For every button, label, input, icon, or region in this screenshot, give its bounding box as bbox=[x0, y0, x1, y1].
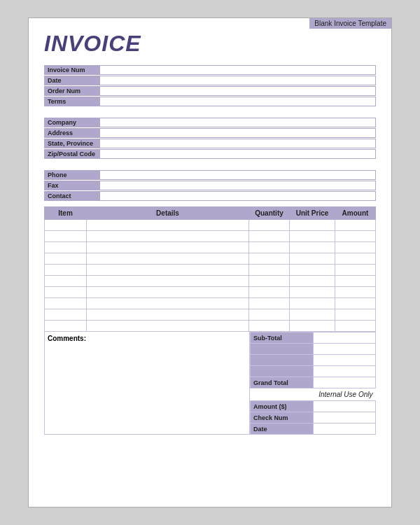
fax-row: Fax bbox=[44, 181, 376, 190]
details-cell[interactable] bbox=[87, 321, 249, 332]
payment-date-value[interactable] bbox=[313, 424, 375, 435]
amount-cell[interactable] bbox=[335, 265, 376, 276]
table-row bbox=[45, 321, 376, 332]
unit-price-cell[interactable] bbox=[290, 220, 335, 231]
totals-blank-row-1 bbox=[251, 344, 376, 355]
amount-cell[interactable] bbox=[335, 231, 376, 242]
address-value[interactable] bbox=[100, 128, 376, 138]
details-cell[interactable] bbox=[87, 298, 249, 309]
terms-label: Terms bbox=[44, 97, 100, 106]
totals-table: Sub-Total bbox=[250, 332, 376, 435]
totals-blank-value-3[interactable] bbox=[313, 366, 375, 377]
item-cell[interactable] bbox=[45, 321, 87, 332]
bottom-section: Comments: Sub-Total bbox=[44, 332, 376, 435]
phone-value[interactable] bbox=[100, 170, 376, 180]
amount-cell[interactable] bbox=[335, 220, 376, 231]
order-num-label: Order Num bbox=[44, 86, 100, 96]
quantity-cell[interactable] bbox=[249, 265, 290, 276]
quantity-cell[interactable] bbox=[249, 220, 290, 231]
amount-cell[interactable] bbox=[335, 321, 376, 332]
item-cell[interactable] bbox=[45, 276, 87, 287]
details-cell[interactable] bbox=[87, 276, 249, 287]
phone-row: Phone bbox=[44, 170, 376, 180]
unit-price-cell[interactable] bbox=[290, 253, 335, 265]
amount-cell[interactable] bbox=[335, 276, 376, 287]
quantity-cell[interactable] bbox=[249, 309, 290, 321]
amount-value[interactable] bbox=[313, 401, 375, 412]
state-province-row: State, Province bbox=[44, 139, 376, 148]
company-label: Company bbox=[44, 118, 100, 127]
state-province-value[interactable] bbox=[100, 139, 376, 148]
details-cell[interactable] bbox=[87, 287, 249, 298]
template-label: Blank Invoice Template bbox=[309, 18, 391, 29]
details-cell[interactable] bbox=[87, 220, 249, 231]
details-cell[interactable] bbox=[87, 265, 249, 276]
quantity-cell[interactable] bbox=[249, 287, 290, 298]
item-cell[interactable] bbox=[45, 287, 87, 298]
unit-price-cell[interactable] bbox=[290, 265, 335, 276]
payment-date-row: Date bbox=[251, 424, 376, 435]
quantity-cell[interactable] bbox=[249, 298, 290, 309]
payment-date-label: Date bbox=[251, 424, 314, 435]
unit-price-cell[interactable] bbox=[290, 321, 335, 332]
item-cell[interactable] bbox=[45, 220, 87, 231]
totals-blank-label-2 bbox=[251, 355, 314, 366]
invoice-num-value[interactable] bbox=[100, 65, 376, 75]
contact-value[interactable] bbox=[100, 191, 376, 201]
unit-price-cell[interactable] bbox=[290, 309, 335, 321]
totals-blank-value-2[interactable] bbox=[313, 355, 375, 366]
unit-price-cell[interactable] bbox=[290, 298, 335, 309]
quantity-cell[interactable] bbox=[249, 231, 290, 242]
amount-cell[interactable] bbox=[335, 298, 376, 309]
item-cell[interactable] bbox=[45, 298, 87, 309]
table-header-row: Item Details Quantity Unit Price Amount bbox=[45, 207, 376, 220]
quantity-cell[interactable] bbox=[249, 242, 290, 253]
grand-total-value[interactable] bbox=[313, 377, 375, 388]
order-num-value[interactable] bbox=[100, 86, 376, 96]
invoice-page: Blank Invoice Template INVOICE Invoice N… bbox=[28, 18, 392, 507]
totals-blank-value-1[interactable] bbox=[313, 344, 375, 355]
amount-cell[interactable] bbox=[335, 309, 376, 321]
company-value[interactable] bbox=[100, 118, 376, 127]
unit-price-cell[interactable] bbox=[290, 276, 335, 287]
amount-cell[interactable] bbox=[335, 287, 376, 298]
zip-postal-value[interactable] bbox=[100, 149, 376, 159]
details-cell[interactable] bbox=[87, 242, 249, 253]
table-row bbox=[45, 231, 376, 242]
table-row bbox=[45, 242, 376, 253]
terms-value[interactable] bbox=[100, 97, 376, 106]
fax-value[interactable] bbox=[100, 181, 376, 190]
company-row: Company bbox=[44, 118, 376, 127]
quantity-cell[interactable] bbox=[249, 321, 290, 332]
col-header-quantity: Quantity bbox=[249, 207, 290, 220]
comments-area[interactable]: Comments: bbox=[44, 332, 250, 435]
phone-label: Phone bbox=[44, 170, 100, 180]
amount-cell[interactable] bbox=[335, 253, 376, 265]
quantity-cell[interactable] bbox=[249, 253, 290, 265]
item-cell[interactable] bbox=[45, 265, 87, 276]
grand-total-label: Grand Total bbox=[251, 377, 314, 388]
sub-total-value[interactable] bbox=[313, 332, 375, 344]
quantity-cell[interactable] bbox=[249, 276, 290, 287]
internal-use-label: Internal Use Only bbox=[251, 388, 376, 401]
invoice-num-label: Invoice Num bbox=[44, 65, 100, 75]
item-cell[interactable] bbox=[45, 242, 87, 253]
comments-label: Comments: bbox=[48, 335, 86, 342]
item-cell[interactable] bbox=[45, 309, 87, 321]
details-cell[interactable] bbox=[87, 253, 249, 265]
date-value[interactable] bbox=[100, 76, 376, 85]
item-cell[interactable] bbox=[45, 231, 87, 242]
table-row bbox=[45, 265, 376, 276]
unit-price-cell[interactable] bbox=[290, 242, 335, 253]
item-cell[interactable] bbox=[45, 253, 87, 265]
details-cell[interactable] bbox=[87, 309, 249, 321]
details-cell[interactable] bbox=[87, 231, 249, 242]
amount-cell[interactable] bbox=[335, 242, 376, 253]
totals-area: Sub-Total bbox=[250, 332, 376, 435]
table-row bbox=[45, 253, 376, 265]
unit-price-cell[interactable] bbox=[290, 287, 335, 298]
table-row bbox=[45, 309, 376, 321]
amount-row: Amount ($) bbox=[251, 401, 376, 412]
check-num-value[interactable] bbox=[313, 412, 375, 424]
unit-price-cell[interactable] bbox=[290, 231, 335, 242]
